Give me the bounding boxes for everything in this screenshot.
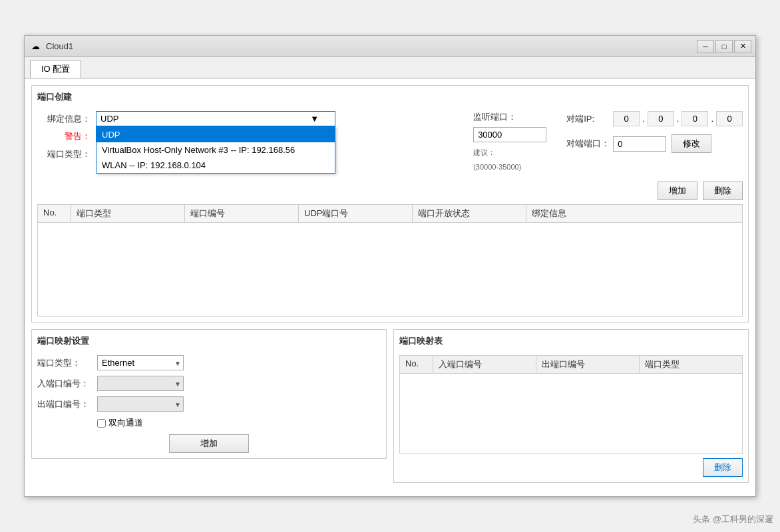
in-port-label: 入端口编号： <box>37 378 97 390</box>
maximize-button[interactable]: □ <box>715 40 733 53</box>
binding-option-udp[interactable]: UDP <box>97 127 335 142</box>
binding-row: 绑定信息： UDP ▼ UDP VirtualBox Host-Only Net… <box>37 111 460 126</box>
bottom-sections: 端口映射设置 端口类型： Ethernet Serial ▼ 入端口编号： <box>31 329 749 489</box>
mapping-port-type-row: 端口类型： Ethernet Serial ▼ <box>37 355 381 370</box>
peer-ip-row: 对端IP: . . . <box>566 111 743 126</box>
in-port-wrapper: ▼ <box>97 376 184 391</box>
col-open-status: 端口开放状态 <box>413 205 526 222</box>
listen-port-input[interactable] <box>473 127 546 142</box>
add-button[interactable]: 增加 <box>658 182 697 200</box>
mapping-add-row: 增加 <box>37 434 381 453</box>
binding-dropdown-trigger[interactable]: UDP ▼ <box>96 111 335 126</box>
out-port-label: 出端口编号： <box>37 398 97 410</box>
main-window: ☁ Cloud1 ─ □ ✕ IO 配置 端口创建 绑定信息： <box>24 35 756 497</box>
peer-ip-3[interactable] <box>682 111 708 126</box>
mapping-delete-row: 删除 <box>399 458 743 477</box>
peer-ip-group: . . . <box>613 111 743 126</box>
peer-ip-1[interactable] <box>613 111 640 126</box>
listen-port-row: 监听端口： <box>473 111 546 123</box>
port-mapping-section: 端口映射设置 端口类型： Ethernet Serial ▼ 入端口编号： <box>31 329 387 489</box>
port-table-body <box>38 223 742 316</box>
bidirectional-label: 双向通道 <box>108 417 143 429</box>
mapping-table: No. 入端口编号 出端口编号 端口类型 <box>399 355 743 454</box>
mapping-delete-button[interactable]: 删除 <box>703 458 743 477</box>
out-port-select[interactable] <box>97 396 184 412</box>
binding-option-wlan[interactable]: WLAN -- IP: 192.168.0.104 <box>97 158 335 173</box>
in-port-row: 入端口编号： ▼ <box>37 376 381 391</box>
mapping-add-button[interactable]: 增加 <box>169 434 249 453</box>
bidirectional-checkbox[interactable] <box>97 419 106 428</box>
right-col-port-type: 端口类型 <box>640 356 742 373</box>
tab-bar: IO 配置 <box>25 57 755 78</box>
delete-button[interactable]: 删除 <box>703 182 743 200</box>
out-port-row: 出端口编号： ▼ <box>37 396 381 412</box>
port-table-header: No. 端口类型 端口编号 UDP端口号 端口开放状态 绑定信息 <box>38 205 742 223</box>
listen-port-label: 监听端口： <box>473 111 520 123</box>
peer-port-row: 对端端口： 修改 <box>566 134 743 153</box>
col-udp-port: UDP端口号 <box>299 205 413 222</box>
binding-option-virtualbox[interactable]: VirtualBox Host-Only Network #3 -- IP: 1… <box>97 142 335 158</box>
dropdown-arrow-icon: ▼ <box>310 114 319 124</box>
watermark: 头条 @工科男的深邃 <box>693 513 773 525</box>
peer-ip-4[interactable] <box>716 111 743 126</box>
app-icon: ☁ <box>29 40 42 53</box>
right-col-out-port: 出端口编号 <box>536 356 640 373</box>
col-no: No. <box>38 205 71 222</box>
mapping-port-type-select[interactable]: Ethernet Serial <box>97 355 184 370</box>
port-mapping-table-title: 端口映射表 <box>399 335 743 350</box>
mapping-table-header: No. 入端口编号 出端口编号 端口类型 <box>400 356 742 374</box>
col-port-no: 端口编号 <box>185 205 299 222</box>
binding-label: 绑定信息： <box>37 113 91 125</box>
binding-dropdown-container: UDP ▼ UDP VirtualBox Host-Only Network #… <box>96 111 335 126</box>
add-del-row: 增加 删除 <box>473 182 743 200</box>
port-mapping-title: 端口映射设置 <box>37 335 381 350</box>
port-creation-table: No. 端口类型 端口编号 UDP端口号 端口开放状态 绑定信息 <box>37 204 743 317</box>
mapping-table-body <box>400 374 742 454</box>
listen-port-input-row <box>473 127 546 142</box>
close-button[interactable]: ✕ <box>734 40 751 53</box>
window-controls: ─ □ ✕ <box>697 40 751 53</box>
mapping-port-type-label: 端口类型： <box>37 357 97 369</box>
suggest-value-row: (30000-35000) <box>473 162 546 171</box>
out-port-wrapper: ▼ <box>97 396 184 412</box>
alert-label: 警告： <box>37 130 91 142</box>
in-port-select[interactable] <box>97 376 184 391</box>
port-mapping-table-section: 端口映射表 No. 入端口编号 出端口编号 端口类型 删除 <box>393 329 749 489</box>
peer-ip-2[interactable] <box>648 111 674 126</box>
right-col-no: No. <box>400 356 433 373</box>
port-creation-section: 端口创建 绑定信息： UDP ▼ UDP <box>31 85 749 323</box>
title-bar: ☁ Cloud1 ─ □ ✕ <box>25 36 755 57</box>
port-type-label: 端口类型： <box>37 148 91 160</box>
port-creation-title: 端口创建 <box>37 91 743 106</box>
ip-dot-3: . <box>711 114 713 124</box>
bidirectional-row: 双向通道 <box>97 417 381 429</box>
suggest-value: (30000-35000) <box>473 163 521 171</box>
peer-port-input[interactable] <box>613 136 666 152</box>
binding-dropdown-list: UDP VirtualBox Host-Only Network #3 -- I… <box>96 126 335 174</box>
port-mapping-table-box: 端口映射表 No. 入端口编号 出端口编号 端口类型 删除 <box>393 329 749 483</box>
port-mapping-box: 端口映射设置 端口类型： Ethernet Serial ▼ 入端口编号： <box>31 329 387 459</box>
binding-selected-text: UDP <box>100 114 118 124</box>
mapping-port-type-wrapper: Ethernet Serial ▼ <box>97 355 184 370</box>
ip-dot-2: . <box>677 114 680 124</box>
peer-port-label: 对端端口： <box>566 138 613 150</box>
peer-ip-label: 对端IP: <box>566 113 613 125</box>
main-content: 端口创建 绑定信息： UDP ▼ UDP <box>25 78 755 496</box>
col-binding-info: 绑定信息 <box>526 205 742 222</box>
suggest-label: 建议： <box>473 148 495 158</box>
col-port-type: 端口类型 <box>71 205 185 222</box>
minimize-button[interactable]: ─ <box>697 40 714 53</box>
suggest-row: 建议： <box>473 146 546 158</box>
tab-io-config[interactable]: IO 配置 <box>30 60 81 78</box>
right-col-in-port: 入端口编号 <box>433 356 536 373</box>
ip-dot-1: . <box>642 114 645 124</box>
modify-button[interactable]: 修改 <box>672 134 711 153</box>
window-title: Cloud1 <box>46 41 697 51</box>
